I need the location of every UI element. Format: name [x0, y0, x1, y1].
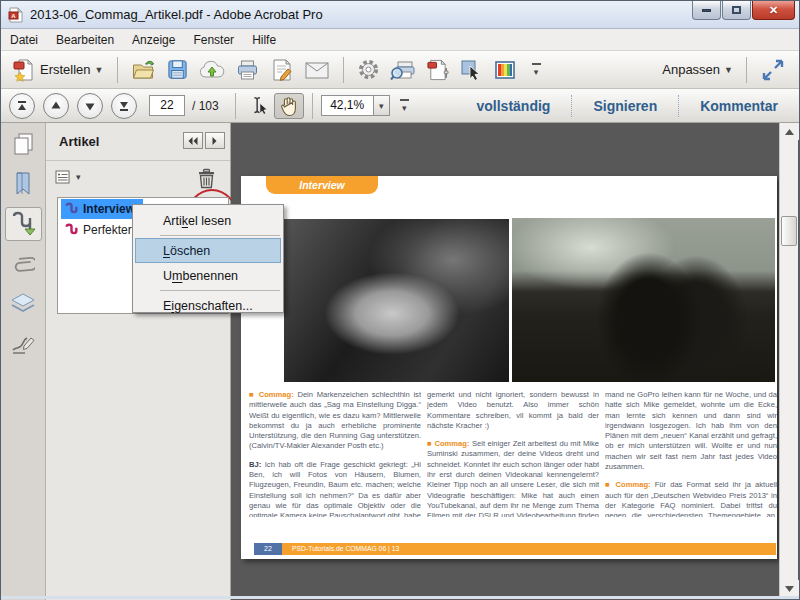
create-pdf-label: Erstellen [40, 62, 91, 77]
articles-tab[interactable] [5, 207, 42, 241]
task-pane-links: vollständigSignierenKommentar [456, 89, 800, 122]
bookmarks-tab[interactable] [5, 167, 42, 201]
envelope-icon [304, 59, 330, 81]
page-thumbnails-icon [11, 131, 35, 157]
footer-credit-bar: PSD-Tutorials.de COMMAG 06 | 13 [282, 543, 776, 555]
last-page-button[interactable] [111, 93, 137, 119]
articles-panel: Artikel ▾ [46, 123, 231, 600]
layers-tab[interactable] [5, 287, 42, 321]
chevron-down-icon: ▼ [724, 65, 733, 75]
page-number-input[interactable]: 22 [149, 95, 185, 116]
first-page-icon [16, 100, 28, 112]
customize-label: Anpassen [662, 62, 720, 77]
context-menu-item-löschen[interactable]: Löschen [135, 238, 281, 263]
select-cursor-icon [459, 58, 483, 82]
email-button[interactable] [299, 56, 335, 84]
expand-pane-button[interactable] [205, 132, 225, 149]
article-text-columns: ■ Commag: Dein Markenzeichen schlechthin… [249, 390, 777, 517]
zoom-level-input[interactable]: 42,1% [321, 95, 373, 116]
open-file-button[interactable] [126, 55, 161, 85]
articles-panel-header: Artikel [46, 123, 230, 161]
panel-options-button[interactable]: ▾ [55, 169, 81, 185]
toolbar-separator [746, 57, 747, 83]
footer-page-number: 22 [254, 543, 282, 555]
signatures-tab[interactable] [5, 327, 42, 361]
settings-button[interactable] [352, 55, 385, 84]
trash-icon [197, 168, 216, 189]
menu-hilfe[interactable]: Hilfe [243, 30, 285, 50]
chevron-down-icon: ▼ [95, 65, 104, 75]
print-button[interactable] [230, 55, 265, 85]
attachments-tab[interactable] [5, 247, 42, 281]
open-folder-icon [131, 58, 156, 82]
menu-bearbeiten[interactable]: Bearbeiten [47, 30, 123, 50]
article-item-label: Interview [83, 202, 135, 216]
minimize-button[interactable] [692, 1, 721, 20]
document-canvas[interactable]: Interview ■ Commag: Dein Markenzeichen s… [231, 123, 780, 600]
window-controls: ✕ [691, 1, 795, 20]
menu-anzeige[interactable]: Anzeige [123, 30, 184, 50]
print-preview-button[interactable] [385, 55, 421, 85]
save-button[interactable] [161, 55, 194, 84]
sign-document-button[interactable] [265, 55, 299, 85]
scroll-down-button[interactable] [780, 580, 799, 597]
menu-fenster[interactable]: Fenster [184, 30, 243, 50]
chevron-down-icon: ▾ [76, 172, 81, 182]
color-tools-button[interactable] [488, 56, 522, 84]
arrow-down-icon [84, 100, 96, 112]
zoom-dropdown-button[interactable]: ▾ [373, 95, 390, 116]
close-icon: ✕ [769, 4, 778, 17]
article-context-menu: Artikel lesenLöschenUmbenennenEigenschaf… [132, 204, 284, 313]
signature-icon [10, 332, 36, 356]
document-pencil-icon [270, 58, 294, 82]
minimize-icon [702, 9, 711, 12]
customize-button[interactable]: Anpassen ▼ [657, 59, 738, 80]
export-pdf-button[interactable] [421, 55, 454, 85]
save-icon [166, 58, 189, 81]
menu-datei[interactable]: Datei [1, 30, 47, 50]
vertical-scrollbar[interactable] [779, 123, 798, 597]
context-menu-item-eigenschaften[interactable]: Eigenschaften... [135, 293, 281, 318]
article-thread-icon [64, 202, 79, 216]
scrollbar-thumb[interactable] [781, 216, 797, 246]
more-tools-chevron-icon[interactable]: ▾ [532, 63, 541, 77]
cloud-upload-icon [199, 58, 225, 82]
collapse-pane-button[interactable] [183, 132, 203, 149]
pane-link-kommentar[interactable]: Kommentar [679, 98, 799, 114]
printer-icon [235, 58, 260, 82]
pane-link-vollständig[interactable]: vollständig [456, 98, 572, 114]
menu-bar: DateiBearbeitenAnzeigeFensterHilfe [1, 29, 799, 51]
toolbar-separator [117, 57, 118, 83]
first-page-button[interactable] [9, 93, 35, 119]
next-page-button[interactable] [77, 93, 103, 119]
window-frame-bottom [1, 596, 799, 599]
window-title: 2013-06_Commag_Artikel.pdf - Adobe Acrob… [30, 7, 323, 22]
last-page-icon [118, 100, 130, 112]
layers-icon [10, 292, 36, 316]
toolbar-overflow-chevron-icon[interactable]: ▾ [400, 99, 409, 113]
pane-link-signieren[interactable]: Signieren [572, 98, 678, 114]
text-column-2: gemerkt und nicht ignoriert, sondern bew… [427, 390, 599, 517]
create-pdf-button[interactable]: Erstellen ▼ [7, 55, 109, 85]
title-bar[interactable]: A 2013-06_Commag_Artikel.pdf - Adobe Acr… [1, 1, 799, 29]
scroll-up-button[interactable] [780, 123, 799, 140]
pdf-page[interactable]: Interview ■ Commag: Dein Markenzeichen s… [241, 176, 777, 559]
section-header-tab: Interview [266, 176, 378, 194]
select-object-button[interactable] [454, 55, 488, 85]
paperclip-icon [11, 251, 35, 277]
close-button[interactable]: ✕ [752, 1, 795, 20]
maximize-button[interactable] [722, 1, 751, 20]
page-thumbnails-tab[interactable] [5, 127, 42, 161]
select-text-tool-button[interactable] [244, 93, 274, 119]
context-menu-item-umbenennen[interactable]: Umbenennen [135, 263, 281, 288]
gear-icon [357, 58, 380, 81]
navigation-pane-strip [1, 123, 46, 600]
articles-icon [10, 210, 36, 238]
text-column-3: mand ne GoPro leihen kann für ne Woche, … [605, 390, 777, 517]
resize-view-button[interactable] [755, 55, 791, 85]
create-pdf-icon [12, 58, 36, 82]
context-menu-item-artikel-lesen[interactable]: Artikel lesen [135, 208, 281, 233]
hand-tool-button[interactable] [274, 93, 304, 119]
previous-page-button[interactable] [43, 93, 69, 119]
send-file-button[interactable] [194, 55, 230, 85]
